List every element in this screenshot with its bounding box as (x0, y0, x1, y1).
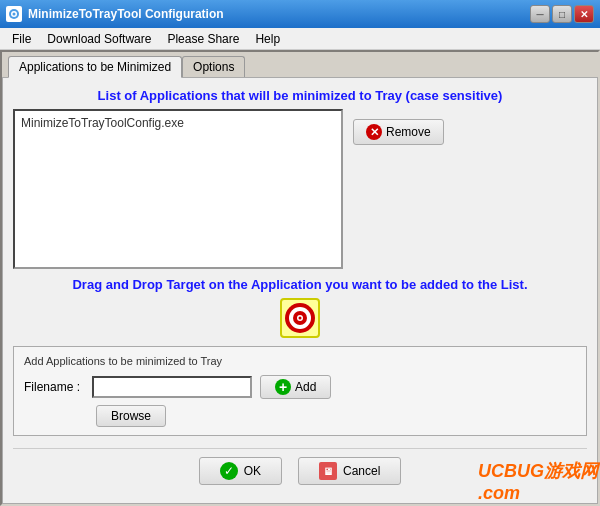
tab-applications[interactable]: Applications to be Minimized (8, 56, 182, 78)
cancel-button-label: Cancel (343, 464, 380, 478)
menu-please-share[interactable]: Please Share (159, 30, 247, 48)
menu-file[interactable]: File (4, 30, 39, 48)
cancel-button[interactable]: 🖥 Cancel (298, 457, 401, 485)
title-bar: MinimizeToTrayTool Configuration ─ □ ✕ (0, 0, 600, 28)
add-button-label: Add (295, 380, 316, 394)
remove-icon: ✕ (366, 124, 382, 140)
close-button[interactable]: ✕ (574, 5, 594, 23)
add-section-title: Add Applications to be minimized to Tray (24, 355, 576, 367)
list-area: MinimizeToTrayToolConfig.exe ✕ Remove (13, 109, 587, 269)
footer: ✓ OK 🖥 Cancel (13, 448, 587, 493)
svg-point-2 (13, 13, 16, 16)
filename-input[interactable] (92, 376, 252, 398)
browse-button[interactable]: Browse (96, 405, 166, 427)
add-row: Filename : + Add (24, 375, 576, 399)
dnd-text: Drag and Drop Target on the Application … (13, 277, 587, 292)
ok-icon: ✓ (220, 462, 238, 480)
maximize-button[interactable]: □ (552, 5, 572, 23)
add-icon: + (275, 379, 291, 395)
list-section: List of Applications that will be minimi… (13, 88, 587, 269)
list-title: List of Applications that will be minimi… (13, 88, 587, 103)
bullseye-icon (284, 302, 316, 334)
add-section: Add Applications to be minimized to Tray… (13, 346, 587, 436)
list-item[interactable]: MinimizeToTrayToolConfig.exe (19, 115, 337, 131)
main-window: Applications to be Minimized Options Lis… (0, 50, 600, 506)
filename-label: Filename : (24, 380, 84, 394)
add-button[interactable]: + Add (260, 375, 331, 399)
ok-button[interactable]: ✓ OK (199, 457, 282, 485)
remove-button[interactable]: ✕ Remove (353, 119, 444, 145)
ok-button-label: OK (244, 464, 261, 478)
svg-point-7 (299, 317, 302, 320)
window-title: MinimizeToTrayTool Configuration (28, 7, 224, 21)
dnd-target[interactable] (280, 298, 320, 338)
dnd-section: Drag and Drop Target on the Application … (13, 277, 587, 338)
remove-button-label: Remove (386, 125, 431, 139)
window-controls: ─ □ ✕ (530, 5, 594, 23)
minimize-button[interactable]: ─ (530, 5, 550, 23)
cancel-icon: 🖥 (319, 462, 337, 480)
menu-download-software[interactable]: Download Software (39, 30, 159, 48)
menu-help[interactable]: Help (247, 30, 288, 48)
tab-bar: Applications to be Minimized Options (2, 52, 598, 77)
tab-options[interactable]: Options (182, 56, 245, 77)
app-icon (6, 6, 22, 22)
menu-bar: File Download Software Please Share Help (0, 28, 600, 50)
content-area: List of Applications that will be minimi… (2, 77, 598, 504)
application-listbox[interactable]: MinimizeToTrayToolConfig.exe (13, 109, 343, 269)
